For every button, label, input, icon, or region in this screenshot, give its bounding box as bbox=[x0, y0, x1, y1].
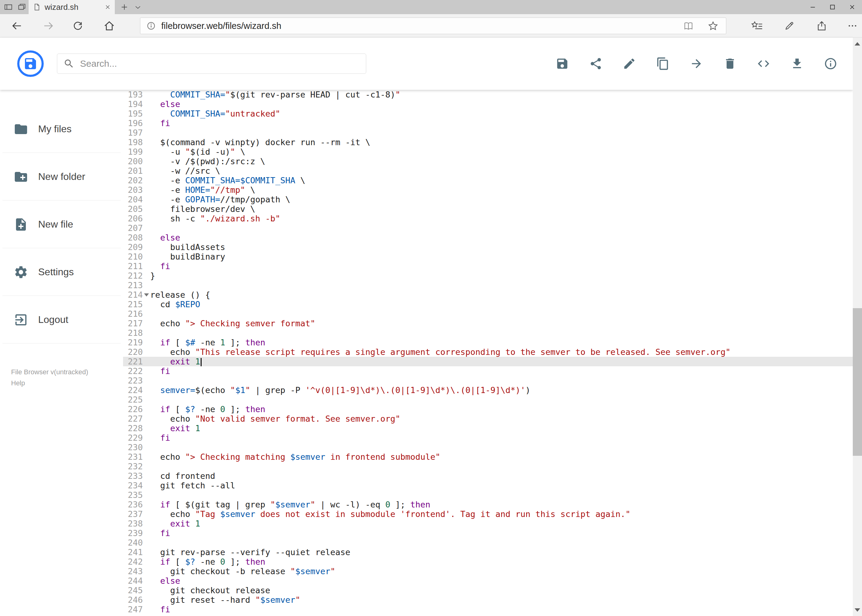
search-box[interactable]: Search... bbox=[57, 53, 366, 74]
sidebar-item-my-files[interactable]: My files bbox=[0, 105, 123, 153]
code-line-219[interactable]: 219 if [ $# -ne 1 ]; then bbox=[123, 338, 853, 347]
code-line-232[interactable]: 232 bbox=[123, 462, 853, 471]
code-line-206[interactable]: 206 sh -c "./wizard.sh -b" bbox=[123, 214, 853, 223]
window-close-button[interactable] bbox=[842, 0, 862, 14]
scrollbar-thumb[interactable] bbox=[853, 308, 862, 456]
refresh-button[interactable] bbox=[71, 19, 85, 33]
tab-close-icon[interactable] bbox=[104, 4, 111, 11]
save-button[interactable] bbox=[555, 57, 569, 71]
code-line-222[interactable]: 222 fi bbox=[123, 366, 853, 376]
info-button[interactable] bbox=[824, 57, 837, 71]
share-page-button[interactable] bbox=[815, 19, 829, 33]
code-line-212[interactable]: 212} bbox=[123, 271, 853, 280]
delete-button[interactable] bbox=[723, 57, 737, 71]
code-line-244[interactable]: 244 else bbox=[123, 576, 853, 586]
code-line-201[interactable]: 201 -w //src \ bbox=[123, 166, 853, 176]
code-line-209[interactable]: 209 buildAssets bbox=[123, 242, 853, 252]
forward-button[interactable] bbox=[41, 19, 55, 33]
reading-view-icon[interactable] bbox=[683, 20, 694, 31]
site-info-icon[interactable] bbox=[146, 20, 156, 31]
code-line-220[interactable]: 220 echo "This release script requires a… bbox=[123, 347, 853, 357]
help-link[interactable]: Help bbox=[11, 378, 88, 389]
code-line-246[interactable]: 246 git reset --hard "$semver" bbox=[123, 595, 853, 605]
code-line-214[interactable]: 214release () { bbox=[123, 290, 853, 300]
code-line-218[interactable]: 218 bbox=[123, 328, 853, 338]
code-line-203[interactable]: 203 -e HOME="//tmp" \ bbox=[123, 185, 853, 195]
code-line-211[interactable]: 211 fi bbox=[123, 261, 853, 271]
code-line-213[interactable]: 213 bbox=[123, 280, 853, 290]
scroll-up-arrow-icon[interactable] bbox=[853, 38, 862, 50]
code-line-225[interactable]: 225 bbox=[123, 395, 853, 404]
code-line-241[interactable]: 241 git rev-parse --verify --quiet relea… bbox=[123, 547, 853, 557]
set-tabs-aside-button[interactable] bbox=[3, 2, 14, 12]
code-line-228[interactable]: 228 exit 1 bbox=[123, 423, 853, 433]
page-scrollbar[interactable] bbox=[853, 38, 862, 616]
copy-button[interactable] bbox=[656, 57, 670, 71]
fold-arrow-icon[interactable] bbox=[144, 293, 149, 297]
sidebar-item-new-folder[interactable]: New folder bbox=[0, 153, 123, 201]
code-line-194[interactable]: 194 else bbox=[123, 99, 853, 109]
code-line-193[interactable]: 193 COMMIT_SHA="$(git rev-parse HEAD | c… bbox=[123, 90, 853, 99]
code-line-207[interactable]: 207 bbox=[123, 223, 853, 233]
favorite-star-icon[interactable] bbox=[708, 20, 719, 31]
window-maximize-button[interactable] bbox=[823, 0, 842, 14]
url-text[interactable]: filebrowser.web/files/wizard.sh bbox=[161, 21, 281, 31]
code-line-205[interactable]: 205 filebrowser/dev \ bbox=[123, 204, 853, 214]
tab-preview-chevron[interactable] bbox=[132, 3, 143, 12]
code-editor[interactable]: 193 COMMIT_SHA="$(git rev-parse HEAD | c… bbox=[123, 90, 853, 616]
code-line-239[interactable]: 239 fi bbox=[123, 528, 853, 538]
code-line-227[interactable]: 227 echo "Not valid semver format. See s… bbox=[123, 414, 853, 423]
code-line-196[interactable]: 196 fi bbox=[123, 118, 853, 128]
new-tab-button[interactable] bbox=[119, 2, 130, 12]
download-button[interactable] bbox=[790, 57, 804, 71]
code-line-242[interactable]: 242 if [ $? -ne 0 ]; then bbox=[123, 557, 853, 566]
scroll-down-arrow-icon[interactable] bbox=[853, 604, 862, 616]
code-line-223[interactable]: 223 bbox=[123, 376, 853, 385]
code-line-221[interactable]: 221 exit 1 bbox=[123, 357, 853, 366]
sidebar-item-settings[interactable]: Settings bbox=[0, 248, 123, 296]
code-line-229[interactable]: 229 fi bbox=[123, 433, 853, 443]
code-line-215[interactable]: 215 cd $REPO bbox=[123, 300, 853, 309]
code-line-236[interactable]: 236 if [ $(git tag | grep "$semver" | wc… bbox=[123, 500, 853, 509]
code-line-198[interactable]: 198 $(command -v winpty) docker run --rm… bbox=[123, 137, 853, 147]
code-line-200[interactable]: 200 -v /$(pwd):/src:z \ bbox=[123, 157, 853, 166]
code-line-210[interactable]: 210 buildBinary bbox=[123, 252, 853, 261]
code-line-238[interactable]: 238 exit 1 bbox=[123, 519, 853, 528]
code-line-216[interactable]: 216 bbox=[123, 309, 853, 319]
favorites-hub-button[interactable] bbox=[750, 19, 764, 33]
code-line-237[interactable]: 237 echo "Tag $semver does not exist in … bbox=[123, 509, 853, 519]
code-line-245[interactable]: 245 git checkout release bbox=[123, 586, 853, 595]
browser-menu-button[interactable] bbox=[846, 19, 859, 33]
code-line-204[interactable]: 204 -e GOPATH=//tmp/gopath \ bbox=[123, 195, 853, 204]
code-line-231[interactable]: 231 echo "> Checking matching $semver in… bbox=[123, 452, 853, 462]
code-line-226[interactable]: 226 if [ $? -ne 0 ]; then bbox=[123, 404, 853, 414]
code-line-208[interactable]: 208 else bbox=[123, 233, 853, 242]
code-line-195[interactable]: 195 COMMIT_SHA="untracked" bbox=[123, 109, 853, 118]
code-line-234[interactable]: 234 git fetch --all bbox=[123, 481, 853, 490]
sidebar-item-logout[interactable]: Logout bbox=[0, 296, 123, 344]
annotate-button[interactable] bbox=[783, 19, 796, 33]
address-bar[interactable]: filebrowser.web/files/wizard.sh bbox=[140, 17, 726, 34]
app-logo[interactable] bbox=[17, 50, 44, 77]
code-line-243[interactable]: 243 git checkout -b release "$semver" bbox=[123, 566, 853, 576]
code-line-217[interactable]: 217 echo "> Checking semver format" bbox=[123, 319, 853, 328]
share-button[interactable] bbox=[589, 57, 603, 71]
code-line-197[interactable]: 197 bbox=[123, 128, 853, 137]
sidebar-item-new-file[interactable]: New file bbox=[0, 201, 123, 248]
rename-button[interactable] bbox=[622, 57, 636, 71]
back-button[interactable] bbox=[10, 19, 24, 33]
move-button[interactable] bbox=[690, 57, 703, 71]
raw-view-button[interactable] bbox=[757, 57, 770, 71]
code-line-224[interactable]: 224 semver=$(echo "$1" | grep -P '^v(0|[… bbox=[123, 385, 853, 395]
code-line-230[interactable]: 230 bbox=[123, 443, 853, 452]
home-button[interactable] bbox=[102, 19, 116, 33]
code-line-233[interactable]: 233 cd frontend bbox=[123, 471, 853, 481]
code-line-199[interactable]: 199 -u "$(id -u)" \ bbox=[123, 147, 853, 157]
code-line-202[interactable]: 202 -e COMMIT_SHA=$COMMIT_SHA \ bbox=[123, 176, 853, 185]
code-line-247[interactable]: 247 fi bbox=[123, 605, 853, 614]
window-minimize-button[interactable] bbox=[803, 0, 823, 14]
code-line-240[interactable]: 240 bbox=[123, 538, 853, 547]
code-line-235[interactable]: 235 bbox=[123, 490, 853, 500]
tabs-preview-button[interactable] bbox=[17, 2, 27, 12]
browser-tab[interactable]: wizard.sh bbox=[28, 0, 115, 14]
